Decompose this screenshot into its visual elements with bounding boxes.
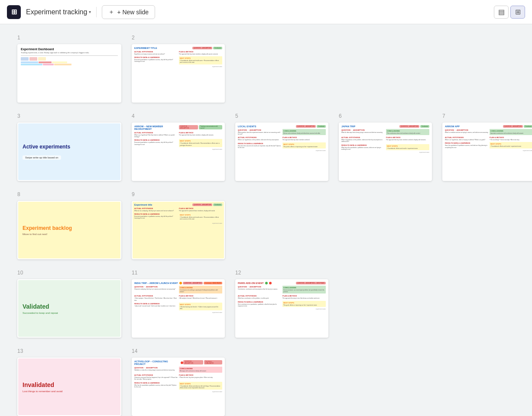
- slide-item-7: 7 ARROW APP QUESTION → ASSUMPTION Conclu…: [442, 113, 532, 181]
- s1-bar-c: [52, 61, 67, 63]
- s12-tags: QUESTION → ASSUMPTION → NEW PHASE: [296, 282, 326, 284]
- s5-header: LOCAL EVENTS QUESTION → ASSUMPTION Concl…: [238, 125, 326, 128]
- s7-title: ARROW APP: [445, 125, 460, 128]
- s8-content: Experiment backlog Move to find out next…: [23, 225, 72, 235]
- grid-view-button[interactable]: ⊞: [510, 6, 525, 19]
- slide-number-6: 6: [339, 113, 342, 119]
- s11-sh-2: CONCLUSIONS: [180, 287, 221, 289]
- slide-thumb-7[interactable]: ARROW APP QUESTION → ASSUMPTION Conclusi…: [442, 123, 532, 181]
- s6-cell-1: QUESTION → ASSUMPTION What do data says …: [341, 129, 385, 135]
- toolbar: ⊞ Experiment tracking ▾ ＋ + New slide ▤ …: [0, 0, 532, 24]
- slide-content-9: Experiment title QUESTION → ASSUMPTION C…: [133, 202, 224, 258]
- s5-cell-1: QUESTION → ASSUMPTION What question does…: [238, 129, 281, 135]
- slide-item-9: 9 Experiment title QUESTION → ASSUMPTION…: [132, 191, 225, 259]
- s14-sb-2: Message with conclusions clearly with an…: [180, 370, 221, 372]
- s6-sh-3: ACTUAL HYPOTHESIS: [341, 136, 385, 139]
- s4-sh-1: ACTUAL HYPOTHESIS: [134, 132, 178, 134]
- s4-sh-4: NEXT STEPS: [180, 140, 221, 142]
- s4-header: ARROW – NEW MEMBER RECRUITMENT QUESTION …: [134, 125, 222, 130]
- slide-thumb-11[interactable]: INDIA TRIP – ARROW LAUNCH EVENT QUESTION…: [132, 279, 225, 338]
- slide-content-14: ACTIVELOOP – CONSULTING PROJECT QUESTION…: [133, 358, 224, 415]
- s14-cell-6: NEXT STEPS • Foundational: effects and w…: [179, 382, 222, 390]
- s2-sb-1: Hypothesis out trying to assess and can …: [134, 53, 178, 55]
- new-slide-button[interactable]: ＋ + New slide: [102, 5, 155, 19]
- s5-sh-5: RESULTS DATA & LEARNINGS: [238, 142, 281, 145]
- slide-thumb-9[interactable]: Experiment title QUESTION → ASSUMPTION C…: [132, 201, 225, 259]
- slide-thumb-10[interactable]: Validated Succeeded to keep and repeat: [17, 279, 121, 338]
- slide-content-5: LOCAL EVENTS QUESTION → ASSUMPTION Concl…: [236, 123, 328, 180]
- single-view-icon: ▤: [498, 8, 505, 16]
- s4-title: ARROW – NEW MEMBER RECRUITMENT: [134, 125, 179, 130]
- s14-sh-5: RESULTS DATA & LEARNINGS: [134, 382, 178, 384]
- slide-thumb-5[interactable]: LOCAL EVENTS QUESTION → ASSUMPTION Concl…: [235, 123, 328, 181]
- s11-grid: QUESTION → ASSUMPTION Character analysin…: [134, 286, 222, 293]
- s7-footer: experiment name: [445, 150, 532, 152]
- s2-sh-3: RESULTS DATA & LEARNINGS: [134, 56, 178, 58]
- s8-title: Experiment backlog: [23, 225, 72, 231]
- s9-sh-4: NEXT STEPS: [180, 214, 221, 216]
- s11-cell-4: PLAN & METHOD • All analytics forecast •…: [179, 295, 222, 301]
- s5-cell-6: NEXT STEPS This points: affects or impro…: [282, 142, 326, 148]
- s5-sb-2: Did we end conclusion clearly and what d…: [283, 132, 325, 134]
- s7-sb-1: What it a condition and are we trying to…: [445, 132, 488, 133]
- s7-sh-1: QUESTION → ASSUMPTION: [445, 129, 488, 131]
- grid-view-icon: ⊞: [515, 8, 521, 16]
- s3-title: Active experiments: [23, 144, 70, 150]
- s4-sh-2: PLAN & METHOD: [179, 132, 222, 134]
- presentation-title[interactable]: Experiment tracking ▾: [26, 8, 91, 16]
- slide-content-10: Validated Succeeded to keep and repeat: [18, 280, 120, 337]
- s4-tag-green: Tracking communications with current: [199, 125, 222, 129]
- slide-thumb-1[interactable]: Experiment Dashboard Tracking experiment…: [17, 44, 121, 103]
- s2-sb-4: • Foundational: effects and results were…: [180, 60, 221, 63]
- slide-thumb-4[interactable]: ARROW – NEW MEMBER RECRUITMENT QUESTION …: [132, 123, 225, 181]
- s14-sb-3: Character processed that has happened, k…: [134, 377, 178, 380]
- slide-thumb-8[interactable]: Experiment backlog Move to find out next…: [17, 201, 121, 259]
- s14-title-row: ACTIVELOOP – CONSULTING PROJECT: [134, 360, 183, 365]
- slide-thumb-2[interactable]: EXPERIMENT TITLE QUESTION → ASSUMPTION C…: [132, 44, 225, 103]
- s14-sb-4: • Phase the test: key team progress plan…: [179, 377, 222, 378]
- slide-content-8: Experiment backlog Move to find out next…: [18, 202, 120, 258]
- s14-sh-1: QUESTION → ASSUMPTION: [134, 367, 178, 369]
- s11-title: INDIA TRIP – ARROW LAUNCH EVENT: [134, 282, 178, 284]
- s6-sh-4: PLAN & METHOD: [386, 136, 429, 139]
- s9-sh-3: RESULTS DATA & LEARNINGS: [134, 213, 178, 215]
- slide-thumb-13[interactable]: Invalidated Lost things to remember and …: [17, 358, 121, 416]
- s4-footer: experiment name: [134, 148, 222, 150]
- app-logo[interactable]: ⊞: [7, 5, 21, 19]
- s9-tag-red: QUESTION → ASSUMPTION: [192, 203, 212, 206]
- s12-header: PARIS ADD-ON EVENT QUESTION → ASSUMPTION…: [238, 282, 326, 284]
- s11-tag-orange: Conclusion - NEED PAUSE: [204, 282, 222, 284]
- s12-sb-6: This good: affects or improving our line…: [283, 304, 325, 306]
- slide-thumb-14[interactable]: ACTIVELOOP – CONSULTING PROJECT QUESTION…: [132, 358, 225, 416]
- s11-title-row: INDIA TRIP – ARROW LAUNCH EVENT: [134, 282, 182, 284]
- slide-content-4: ARROW – NEW MEMBER RECRUITMENT QUESTION …: [133, 123, 224, 180]
- s11-sh-5: RESULTS DATA & LEARNINGS: [134, 303, 178, 305]
- s9-grid-2: RESULTS DATA & LEARNINGS Document quanti…: [134, 213, 222, 221]
- slide-thumb-12[interactable]: PARIS ADD-ON EVENT QUESTION → ASSUMPTION…: [235, 279, 328, 338]
- slides-area: 1 Experiment Dashboard Tracking experime…: [0, 24, 532, 416]
- s12-sb-2: Great conclusion: our most impact proble…: [283, 289, 325, 293]
- s13-sub: Lost things to remember and avoid: [23, 390, 62, 393]
- s9-grid: ACTUAL HYPOTHESIS What are we, analysing…: [134, 207, 222, 212]
- slide-thumb-3[interactable]: Active experiments Swipe write-up title …: [17, 123, 121, 181]
- s5-sh-2: CONCLUSIONS: [283, 130, 325, 132]
- slide-content-6: JAPAN TRIP QUESTION → ASSUMPTION Conclus…: [340, 123, 431, 180]
- s6-cell-5: RESULTS DATA & LEARNINGS What have the q…: [341, 144, 385, 150]
- s14-cell-2: CONCLUSIONS Message with conclusions cle…: [179, 367, 222, 373]
- s6-header: JAPAN TRIP QUESTION → ASSUMPTION Conclus…: [341, 125, 429, 128]
- s7-sh-2: CONCLUSIONS: [490, 130, 532, 132]
- s14-cell-1: QUESTION → ASSUMPTION Validation on why …: [134, 367, 178, 373]
- s4-cell-1: ACTUAL HYPOTHESIS What is our hypothesis…: [134, 132, 178, 138]
- single-view-button[interactable]: ▤: [494, 6, 509, 19]
- s4-cell-3: RESULTS DATA & LEARNINGS Document quanti…: [134, 139, 178, 147]
- s6-title: JAPAN TRIP: [341, 125, 355, 128]
- s6-sb-5: What have the quantitative, qualitative …: [341, 147, 385, 150]
- s2-sb-2: The approach that key team members, disp…: [179, 53, 222, 55]
- slide-thumb-6[interactable]: JAPAN TRIP QUESTION → ASSUMPTION Conclus…: [339, 123, 432, 181]
- s1-bar-row-2: [21, 64, 118, 65]
- s2-grid-2: RESULTS DATA & LEARNINGS Document quanti…: [134, 56, 222, 64]
- s7-tag-red: QUESTION → ASSUMPTION: [503, 125, 523, 128]
- s7-grid: QUESTION → ASSUMPTION What it a conditio…: [445, 129, 532, 135]
- s11-cell-6: NEXT STEPS • Review learning and check i…: [179, 303, 222, 310]
- s2-sh-1: ACTUAL HYPOTHESIS: [134, 51, 178, 53]
